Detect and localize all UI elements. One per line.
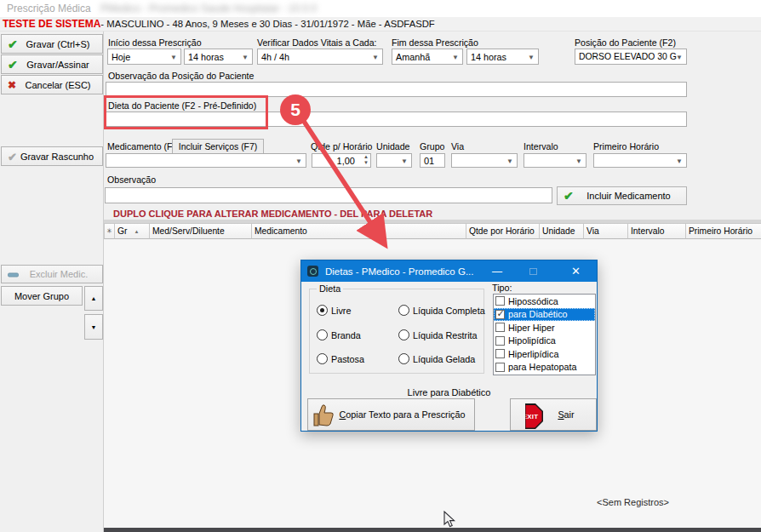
- unidade-select[interactable]: ▼: [376, 153, 412, 168]
- delete-med-button-label: Excluir Medic.: [30, 269, 88, 279]
- incluir-medicamento-button[interactable]: ✔ Incluir Medicamento: [557, 186, 687, 205]
- radio-dot-icon: [398, 305, 409, 316]
- maximize-button[interactable]: [516, 260, 550, 282]
- qtde-stepper[interactable]: 1,00 ▲▼: [312, 153, 371, 168]
- dieta-input[interactable]: [106, 112, 687, 127]
- patient-details: - MASCULINO - 48 Anos, 9 Meses e 30 Dias…: [100, 19, 434, 29]
- checkbox-icon[interactable]: [495, 296, 505, 306]
- dialog-phone-icon: [307, 266, 318, 277]
- fim-time-value: 14 horas: [471, 52, 506, 62]
- save-check-icon: ✔: [8, 38, 18, 50]
- vitais-select[interactable]: 4h / 4h▼: [257, 49, 383, 65]
- chevron-down-icon: ▼: [242, 53, 249, 60]
- grid-col-qtde[interactable]: Qtde por Horário: [466, 223, 540, 239]
- spinner-arrows-icon[interactable]: ▲▼: [363, 154, 369, 166]
- inicio-time-value: 14 horas: [188, 52, 224, 62]
- tipo-item-para-hepatopata[interactable]: para Hepatopata: [494, 361, 595, 375]
- exit-stop-icon: EXIT: [518, 403, 543, 429]
- bottom-bar: [104, 528, 761, 532]
- checkbox-checked-icon[interactable]: [495, 310, 505, 319]
- incluir-servicos-label: Incluir Serviços (F7): [179, 142, 257, 152]
- radio-dot-icon: [317, 329, 328, 340]
- move-down-button[interactable]: ▼: [84, 314, 103, 340]
- patient-info-bar: TESTE DE SISTEMA - MASCULINO - 48 Anos, …: [0, 17, 761, 31]
- grid-col-primeiro[interactable]: Primeiro Horário: [686, 223, 761, 239]
- save-draft-button[interactable]: ✔ Gravar Rascunho: [1, 146, 103, 166]
- tipo-listbox[interactable]: Hipossódica para Diabético Hiper Hiper H…: [493, 294, 596, 375]
- grid-col-medicamento[interactable]: Medicamento: [252, 223, 466, 239]
- medicamento-select[interactable]: ▼: [106, 153, 306, 168]
- posicao-select[interactable]: DORSO ELEVADO 30 G▼: [575, 49, 687, 65]
- posicao-value: DORSO ELEVADO 30 G: [579, 52, 677, 61]
- tipo-item-hipossodica[interactable]: Hipossódica: [494, 295, 595, 308]
- radio-branda[interactable]: Branda: [317, 329, 361, 340]
- inicio-day-select[interactable]: Hoje▼: [107, 49, 181, 65]
- grid-col-via[interactable]: Via: [584, 223, 628, 239]
- incluir-servicos-button[interactable]: Incluir Serviços (F7): [172, 139, 264, 154]
- obs-posicao-label: Observação da Posição do Paciente: [108, 71, 254, 81]
- primeiro-horario-select[interactable]: ▼: [593, 153, 687, 168]
- incluir-medicamento-label: Incluir Medicamento: [586, 191, 670, 201]
- observacao-input[interactable]: [105, 187, 552, 203]
- move-group-button[interactable]: Mover Grupo: [1, 286, 83, 306]
- annotation-step-badge: 5: [280, 94, 311, 125]
- grid-col-unidade[interactable]: Unidade: [540, 223, 584, 239]
- thumbs-up-icon: [312, 403, 335, 427]
- radio-liquida-gelada[interactable]: Líquida Gelada: [398, 353, 475, 364]
- observacao-label: Observação: [107, 174, 156, 185]
- copy-text-button[interactable]: Copiar Texto para a Prescrição: [307, 398, 475, 431]
- radio-liquida-restrita[interactable]: Líquida Restrita: [398, 329, 478, 340]
- fim-time-select[interactable]: 14 horas▼: [466, 49, 539, 65]
- intervalo-label: Intervalo: [524, 141, 558, 152]
- move-up-button[interactable]: ▲: [84, 286, 103, 311]
- inicio-day-value: Hoje: [112, 52, 130, 62]
- grupo-input[interactable]: 01: [420, 153, 445, 168]
- grupo-value: 01: [424, 156, 434, 166]
- inicio-time-select[interactable]: 14 horas▼: [184, 49, 253, 65]
- radio-livre[interactable]: Livre: [317, 305, 351, 316]
- delete-med-button[interactable]: Excluir Medic.: [1, 265, 103, 283]
- via-select[interactable]: ▼: [451, 153, 518, 168]
- grid-col-gr[interactable]: Gr▲: [115, 223, 150, 239]
- close-button[interactable]: ✕: [555, 260, 597, 282]
- save-sign-button[interactable]: ✔ Gravar/Assinar: [1, 54, 103, 74]
- fim-day-select[interactable]: Amanhã▼: [392, 49, 463, 65]
- tipo-item-para-diabetico[interactable]: para Diabético: [494, 308, 595, 322]
- dieta-group-label: Dieta: [317, 283, 343, 294]
- save-button[interactable]: ✔ Gravar (Ctrl+S): [1, 34, 103, 54]
- vitais-value: 4h / 4h: [261, 52, 289, 62]
- chevron-down-icon: ▼: [575, 157, 582, 164]
- dietas-dialog: Dietas - PMedico - Promedico G... — ✕ Di…: [300, 260, 598, 432]
- cancel-button[interactable]: ✖ Cancelar (ESC): [1, 75, 103, 94]
- tipo-item-hipolipidica[interactable]: Hipolipídica: [494, 335, 595, 348]
- grid-col-selector[interactable]: ✳: [104, 223, 115, 239]
- maximize-icon: [529, 268, 537, 275]
- cancel-x-icon: ✖: [8, 80, 16, 90]
- move-group-button-label: Mover Grupo: [14, 291, 69, 301]
- tipo-item-hiperlipidica[interactable]: Hiperlipídica: [494, 347, 595, 361]
- dialog-titlebar[interactable]: Dietas - PMedico - Promedico G...: [301, 260, 597, 282]
- grid-col-intervalo[interactable]: Intervalo: [628, 223, 686, 239]
- grid-col-med-serv[interactable]: Med/Serv/Diluente: [150, 223, 252, 239]
- dieta-result-text: Livre para Diabético: [301, 387, 597, 398]
- checkbox-icon[interactable]: [495, 349, 505, 358]
- grid-header: ✳ Gr▲ Med/Serv/Diluente Medicamento Qtde…: [104, 223, 761, 239]
- prescription-window: Prescrição Médica PMedico - Promedico Sa…: [0, 0, 761, 532]
- radio-liquida-completa[interactable]: Líquida Completa: [398, 305, 485, 316]
- minimize-button[interactable]: —: [480, 260, 514, 282]
- checkbox-icon[interactable]: [495, 336, 505, 346]
- tipo-item-hiper-hiper[interactable]: Hiper Hiper: [494, 321, 595, 335]
- obs-posicao-input[interactable]: [106, 82, 687, 97]
- up-arrow-icon: ▲: [91, 295, 97, 301]
- chevron-down-icon: ▼: [295, 157, 302, 164]
- exit-button[interactable]: EXIT Sair: [510, 398, 597, 431]
- unidade-label: Unidade: [376, 141, 409, 152]
- intervalo-select[interactable]: ▼: [524, 153, 586, 168]
- chevron-down-icon: ▼: [676, 157, 683, 164]
- save-draft-button-label: Gravar Rascunho: [20, 152, 94, 162]
- checkbox-icon[interactable]: [495, 363, 505, 372]
- tipo-label: Tipo:: [492, 283, 512, 293]
- radio-pastosa[interactable]: Pastosa: [317, 353, 364, 364]
- checkbox-icon[interactable]: [495, 323, 505, 332]
- window-title: Prescrição Médica: [7, 3, 91, 14]
